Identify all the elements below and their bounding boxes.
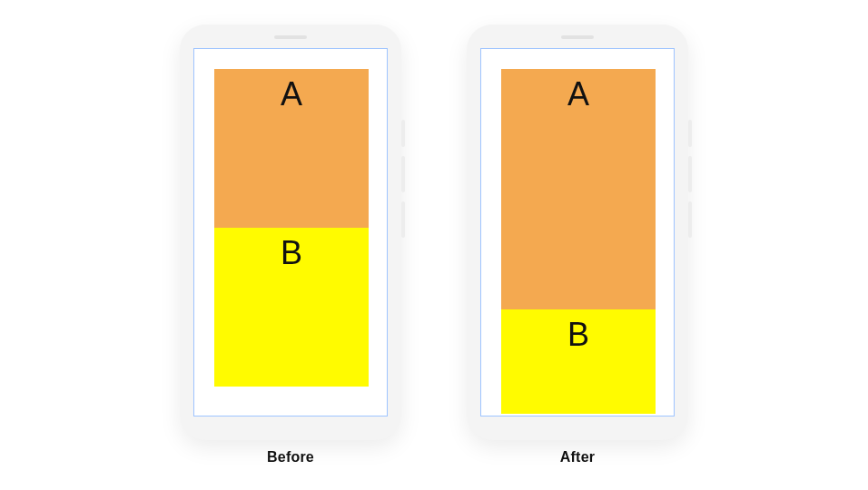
layout-boxes: A B: [501, 69, 656, 414]
phone-screen: A B: [193, 48, 388, 416]
caption-after: After: [560, 449, 595, 466]
phone-side-button: [688, 120, 692, 147]
phone-after: A B After: [467, 24, 688, 466]
phone-frame: A B: [180, 24, 401, 440]
phone-speaker: [561, 35, 594, 39]
phone-side-button: [401, 201, 405, 238]
diagram-stage: A B Before A B After: [0, 0, 868, 490]
phone-side-button: [401, 120, 405, 147]
box-b: B: [214, 228, 369, 387]
phone-frame: A B: [467, 24, 688, 440]
caption-before: Before: [267, 449, 314, 466]
phone-screen: A B: [480, 48, 675, 416]
phone-side-button: [688, 201, 692, 238]
phone-side-button: [401, 156, 405, 192]
layout-boxes: A B: [214, 69, 369, 387]
box-b: B: [501, 309, 656, 414]
phone-before: A B Before: [180, 24, 401, 466]
phone-side-button: [688, 156, 692, 192]
box-a: A: [214, 69, 369, 228]
phone-speaker: [274, 35, 307, 39]
box-a: A: [501, 69, 656, 309]
